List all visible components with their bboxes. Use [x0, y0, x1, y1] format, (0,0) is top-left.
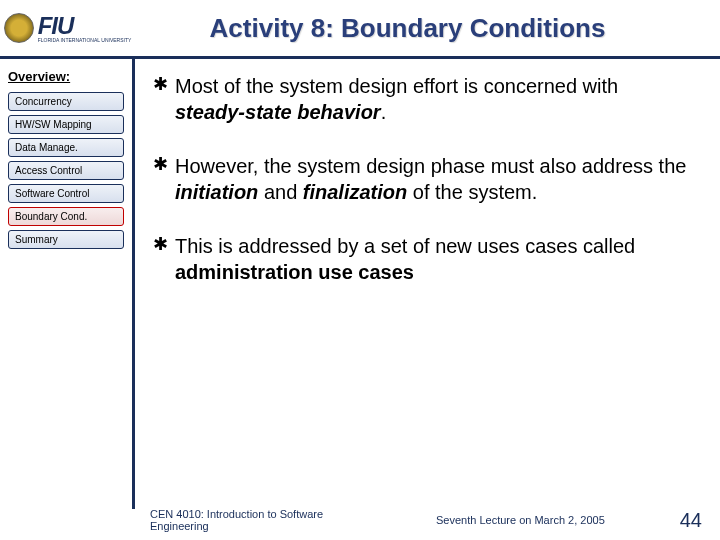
sidebar-item-software[interactable]: Software Control [8, 184, 124, 203]
bullet-text: However, the system design phase must al… [175, 153, 690, 205]
page-number: 44 [662, 509, 702, 532]
bullet-icon: ✱ [153, 233, 175, 285]
footer: CEN 4010: Introduction to Software Engin… [0, 508, 720, 532]
page-title: Activity 8: Boundary Conditions [135, 13, 720, 44]
text: Most of the system design effort is conc… [175, 75, 618, 97]
bullet-2: ✱ However, the system design phase must … [153, 153, 690, 205]
logo-text: FIU FLORIDA INTERNATIONAL UNIVERSITY [38, 14, 132, 43]
sidebar-item-summary[interactable]: Summary [8, 230, 124, 249]
text-em: initiation [175, 181, 258, 203]
sidebar-item-concurrency[interactable]: Concurrency [8, 92, 124, 111]
sidebar-item-boundary[interactable]: Boundary Cond. [8, 207, 124, 226]
header: FIU FLORIDA INTERNATIONAL UNIVERSITY Act… [0, 0, 720, 59]
text: of the system. [407, 181, 537, 203]
bullet-icon: ✱ [153, 153, 175, 205]
text: However, the system design phase must al… [175, 155, 686, 177]
text-em: administration use cases [175, 261, 414, 283]
sidebar-item-hwsw[interactable]: HW/SW Mapping [8, 115, 124, 134]
bullet-3: ✱ This is addressed by a set of new uses… [153, 233, 690, 285]
footer-lecture: Seventh Lecture on March 2, 2005 [376, 514, 662, 526]
text: and [258, 181, 302, 203]
body: Overview: Concurrency HW/SW Mapping Data… [0, 59, 720, 509]
sidebar: Overview: Concurrency HW/SW Mapping Data… [0, 59, 135, 509]
logo-subtitle: FLORIDA INTERNATIONAL UNIVERSITY [38, 38, 132, 43]
text: This is addressed by a set of new uses c… [175, 235, 635, 257]
sidebar-item-data[interactable]: Data Manage. [8, 138, 124, 157]
text: . [381, 101, 387, 123]
sidebar-title: Overview: [8, 69, 124, 84]
bullet-text: Most of the system design effort is conc… [175, 73, 690, 125]
footer-course: CEN 4010: Introduction to Software Engin… [150, 508, 376, 532]
text-em: finalization [303, 181, 407, 203]
text-em: steady-state behavior [175, 101, 381, 123]
bullet-icon: ✱ [153, 73, 175, 125]
bullet-1: ✱ Most of the system design effort is co… [153, 73, 690, 125]
bullet-text: This is addressed by a set of new uses c… [175, 233, 690, 285]
logo: FIU FLORIDA INTERNATIONAL UNIVERSITY [0, 0, 135, 56]
slide: FIU FLORIDA INTERNATIONAL UNIVERSITY Act… [0, 0, 720, 540]
sidebar-item-access[interactable]: Access Control [8, 161, 124, 180]
logo-acronym: FIU [38, 14, 132, 38]
seal-icon [4, 13, 34, 43]
content: ✱ Most of the system design effort is co… [135, 59, 720, 509]
